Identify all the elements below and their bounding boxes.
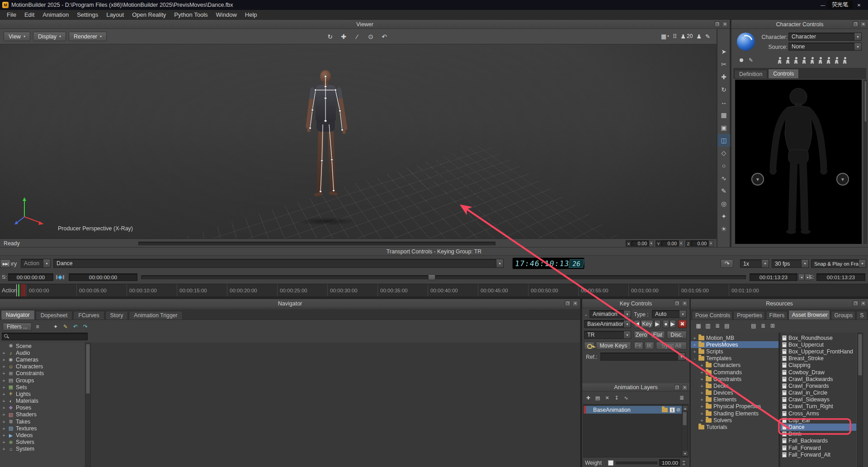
- menu-item[interactable]: Settings: [73, 10, 102, 20]
- folder-row[interactable]: + PrevisMoves: [691, 341, 778, 348]
- reset-camera-icon[interactable]: ↶: [379, 32, 390, 42]
- skeleton-icon[interactable]: [834, 57, 840, 64]
- tree-expander[interactable]: +: [2, 419, 6, 424]
- current-time-field[interactable]: 00:00:00:00: [69, 273, 137, 281]
- keyframe-marker-icon[interactable]: [56, 274, 67, 281]
- folder-row[interactable]: + Decks: [691, 382, 778, 389]
- tree-row[interactable]: + ▤ Groups: [0, 377, 85, 384]
- action-timeline-ruler[interactable]: Action 00:00:0000:00:05:0000:00:10:0000:…: [0, 284, 868, 296]
- tree-row[interactable]: + ▨ Textures: [0, 425, 85, 432]
- end-time-field[interactable]: 00:01:13:23: [750, 273, 797, 281]
- tree-expander[interactable]: +: [2, 371, 6, 376]
- panel-close-icon[interactable]: ✕: [572, 300, 578, 306]
- float-panel-icon[interactable]: ❐: [853, 21, 859, 27]
- menu-item[interactable]: Edit: [20, 10, 38, 20]
- layer-mute-icon[interactable]: ⊘: [676, 407, 680, 413]
- tree-row[interactable]: + ❖ Poses: [0, 405, 85, 411]
- float-panel-icon[interactable]: ❐: [565, 300, 571, 306]
- folder-row[interactable]: + Devices: [691, 390, 778, 396]
- tree-expander[interactable]: +: [700, 418, 704, 423]
- tree-expander[interactable]: +: [2, 412, 6, 417]
- clip-marker[interactable]: [21, 284, 25, 297]
- new-layer-icon[interactable]: ✚: [584, 394, 592, 402]
- folder-row[interactable]: + Motion_MB: [691, 334, 778, 341]
- panel-close-icon[interactable]: ✕: [682, 300, 688, 306]
- timeline-slider-handle[interactable]: [428, 274, 435, 280]
- filters-button[interactable]: Filters ...: [3, 323, 32, 331]
- menu-item[interactable]: Window: [212, 10, 241, 20]
- asset-row[interactable]: Crawl_Turn_Right: [780, 403, 856, 410]
- split-view-icon[interactable]: ◫: [717, 134, 730, 147]
- details-view-icon[interactable]: ▤: [723, 322, 731, 330]
- layer-select[interactable]: BaseAnimation: [584, 320, 631, 328]
- person-display-icon[interactable]: ♟: [696, 32, 702, 41]
- tab-asset-browser[interactable]: Asset Browser: [788, 310, 830, 319]
- tab-story[interactable]: Story: [105, 311, 128, 319]
- region-select-icon[interactable]: ▣: [717, 121, 730, 134]
- float-panel-icon[interactable]: ❐: [714, 21, 720, 27]
- axis-dropdown-icon[interactable]: ▾: [649, 240, 654, 247]
- left-reach-button[interactable]: ▼: [751, 173, 764, 186]
- skeleton-icon[interactable]: [777, 57, 783, 64]
- ref-input[interactable]: [600, 353, 685, 361]
- axis-dropdown-icon[interactable]: ▾: [679, 240, 684, 247]
- rotate-tool-icon[interactable]: ↻: [717, 83, 730, 96]
- asset-row[interactable]: Crawl_in_Circle: [780, 390, 856, 396]
- tree-expander[interactable]: +: [700, 404, 704, 409]
- star-tool-icon[interactable]: ✦: [717, 210, 730, 223]
- spin-up-icon[interactable]: ▲: [681, 460, 686, 463]
- tree-expander[interactable]: +: [2, 433, 6, 438]
- tree-expander[interactable]: +: [693, 335, 697, 341]
- skeleton-icon[interactable]: [793, 57, 799, 64]
- zoom-camera-icon[interactable]: ⊙: [365, 32, 376, 42]
- active-dot-icon[interactable]: [740, 58, 743, 62]
- float-panel-icon[interactable]: ❐: [674, 300, 680, 306]
- tree-row[interactable]: + ◉ Cameras: [0, 356, 85, 363]
- tree-expander[interactable]: +: [700, 383, 704, 389]
- sync-all-button[interactable]: Sync All: [656, 342, 687, 350]
- play-key-button[interactable]: ▶: [670, 320, 676, 328]
- folder-row[interactable]: + Solvers: [691, 417, 778, 424]
- tree-expander[interactable]: +: [2, 350, 6, 356]
- tab-controls[interactable]: Controls: [768, 69, 799, 78]
- asset-row[interactable]: Dance: [780, 424, 856, 430]
- pan-camera-icon[interactable]: ✚: [338, 32, 349, 42]
- skeleton-icon[interactable]: [809, 57, 815, 64]
- folder-row[interactable]: + Physical Properties: [691, 403, 778, 410]
- character-panel-scrollbar[interactable]: [863, 80, 867, 244]
- character-model[interactable]: [302, 70, 352, 201]
- navigator-search-input[interactable]: [2, 333, 88, 340]
- list-view-icon[interactable]: ≣: [713, 322, 722, 330]
- axis-dropdown-icon[interactable]: ▾: [708, 240, 713, 247]
- key-type-select[interactable]: Auto: [652, 310, 687, 318]
- tree-row[interactable]: + ♪ Audio: [0, 349, 85, 356]
- animation-mode-select[interactable]: Animation: [590, 310, 631, 318]
- menu-item[interactable]: Open Reality: [128, 10, 170, 20]
- tab-navigator[interactable]: Navigator: [1, 310, 35, 319]
- start-time-field[interactable]: 00:00:00:00: [8, 273, 53, 281]
- delete-key-button[interactable]: ✖: [678, 320, 687, 328]
- filter-menu-icon[interactable]: ≡: [33, 323, 42, 331]
- render-gradient-icon[interactable]: ▦▾: [661, 32, 669, 41]
- scale-tool-icon[interactable]: ↔: [717, 96, 730, 109]
- record-key-button[interactable]: ●: [663, 320, 669, 328]
- viewport-3d[interactable]: Producer Perspective (X-Ray): [0, 44, 717, 238]
- asset-row[interactable]: Box_Uppercut: [780, 341, 856, 348]
- tree-row[interactable]: + ▦ Sets: [0, 384, 85, 391]
- character-body-view[interactable]: ▼ ▼: [735, 80, 862, 244]
- tree-expander[interactable]: -: [693, 356, 697, 361]
- asset-list-scrollbar[interactable]: [857, 333, 863, 467]
- edit-pen-icon[interactable]: ✎: [749, 57, 753, 63]
- playback-speed-select[interactable]: 1x: [740, 259, 769, 268]
- layer-row-base-animation[interactable]: BaseAnimation 1 ⊘: [584, 406, 682, 414]
- float-panel-icon[interactable]: ❐: [853, 300, 859, 306]
- folder-row[interactable]: - Templates: [691, 355, 778, 362]
- tree-expander[interactable]: +: [2, 364, 6, 369]
- float-panel-icon[interactable]: ❐: [674, 385, 680, 391]
- tree-row[interactable]: + ▶ Videos: [0, 432, 85, 438]
- target-tool-icon[interactable]: ◎: [717, 197, 730, 210]
- thumbnail-mode-icon[interactable]: ▤: [750, 322, 758, 330]
- skeleton-icon[interactable]: [842, 57, 848, 64]
- large-icons-view-icon[interactable]: ▦: [694, 322, 703, 330]
- skeleton-icon[interactable]: [801, 57, 807, 64]
